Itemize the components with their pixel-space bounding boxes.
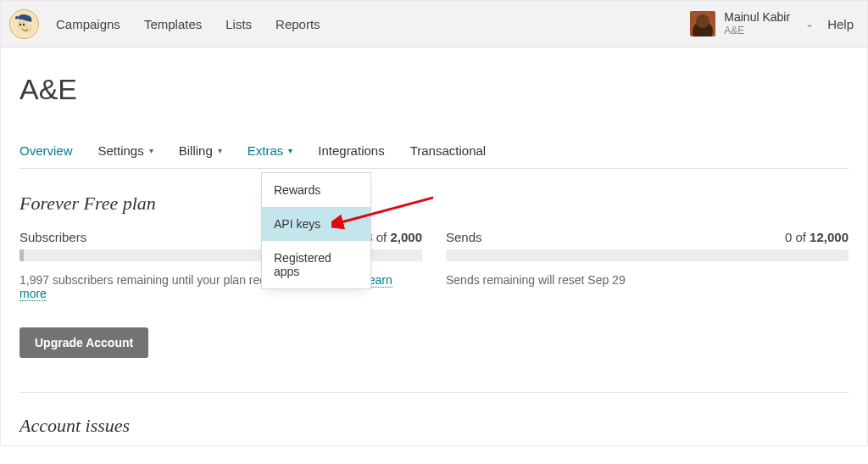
tab-integrations-label: Integrations — [318, 143, 384, 158]
svg-point-3 — [22, 24, 24, 25]
stat-sends-count: 0 — [785, 230, 792, 244]
chevron-down-icon: ▾ — [288, 146, 292, 155]
tab-billing[interactable]: Billing ▾ — [179, 143, 222, 158]
brand-logo[interactable] — [9, 9, 39, 39]
page-title: A&E — [19, 73, 849, 106]
tab-overview-label: Overview — [19, 143, 73, 158]
stat-sends: Sends 0 of 12,000 Sends remaining will r… — [446, 230, 849, 300]
stat-subscribers-total: 2,000 — [390, 230, 422, 244]
tab-settings-label: Settings — [98, 143, 144, 158]
top-nav: Campaigns Templates Lists Reports — [56, 17, 320, 31]
svg-point-2 — [19, 24, 20, 25]
plan-title: Forever Free plan — [19, 193, 849, 215]
tab-transactional[interactable]: Transactional — [410, 143, 487, 158]
stat-subscribers-label: Subscribers — [19, 230, 86, 244]
extras-item-rewards[interactable]: Rewards — [262, 173, 370, 207]
user-menu[interactable]: Mainul Kabir A&E ⌄ — [690, 10, 827, 36]
tab-extras-label: Extras — [248, 143, 284, 158]
user-text: Mainul Kabir A&E — [724, 10, 790, 36]
progress-sends — [446, 249, 849, 261]
stat-sends-value: 0 of 12,000 — [785, 230, 849, 244]
account-tabs: Overview Settings ▾ Billing ▾ Extras ▾ I… — [19, 143, 849, 169]
chevron-down-icon: ⌄ — [805, 18, 814, 30]
avatar — [690, 11, 715, 36]
progress-fill — [19, 249, 24, 261]
nav-reports[interactable]: Reports — [275, 17, 320, 31]
extras-dropdown: Rewards API keys Registered apps — [261, 172, 371, 289]
tab-settings[interactable]: Settings ▾ — [98, 143, 153, 158]
stat-sends-total: 12,000 — [810, 230, 849, 244]
top-bar: Campaigns Templates Lists Reports Mainul… — [1, 1, 867, 48]
stat-sends-label: Sends — [446, 230, 482, 244]
chevron-down-icon: ▾ — [218, 146, 222, 155]
stat-sends-note: Sends remaining will reset Sep 29 — [446, 273, 849, 287]
nav-templates[interactable]: Templates — [144, 17, 202, 31]
stats-row: Subscribers 3 of 2,000 1,997 subscribers… — [19, 230, 849, 300]
nav-campaigns[interactable]: Campaigns — [56, 17, 120, 31]
account-issues-title: Account issues — [19, 415, 849, 437]
extras-item-registered-apps[interactable]: Registered apps — [262, 241, 370, 288]
user-name: Mainul Kabir — [724, 10, 790, 25]
of-word: of — [792, 230, 810, 244]
tab-overview[interactable]: Overview — [19, 143, 73, 158]
mailchimp-logo-icon — [11, 10, 38, 37]
chevron-down-icon: ▾ — [149, 146, 153, 155]
stat-subscribers-value: 3 of 2,000 — [365, 230, 422, 244]
of-word: of — [373, 230, 391, 244]
divider — [19, 392, 849, 393]
tab-billing-label: Billing — [179, 143, 213, 158]
user-org: A&E — [724, 25, 790, 36]
upgrade-account-button[interactable]: Upgrade Account — [19, 327, 148, 358]
tab-extras[interactable]: Extras ▾ — [248, 143, 293, 158]
plan-section: Forever Free plan Subscribers 3 of 2,000… — [19, 193, 849, 358]
nav-lists[interactable]: Lists — [225, 17, 252, 31]
help-link[interactable]: Help — [827, 17, 854, 31]
main-content: A&E Overview Settings ▾ Billing ▾ Extras… — [1, 48, 867, 445]
tab-transactional-label: Transactional — [410, 143, 487, 158]
extras-item-api-keys[interactable]: API keys — [262, 207, 370, 241]
tab-integrations[interactable]: Integrations — [318, 143, 384, 158]
